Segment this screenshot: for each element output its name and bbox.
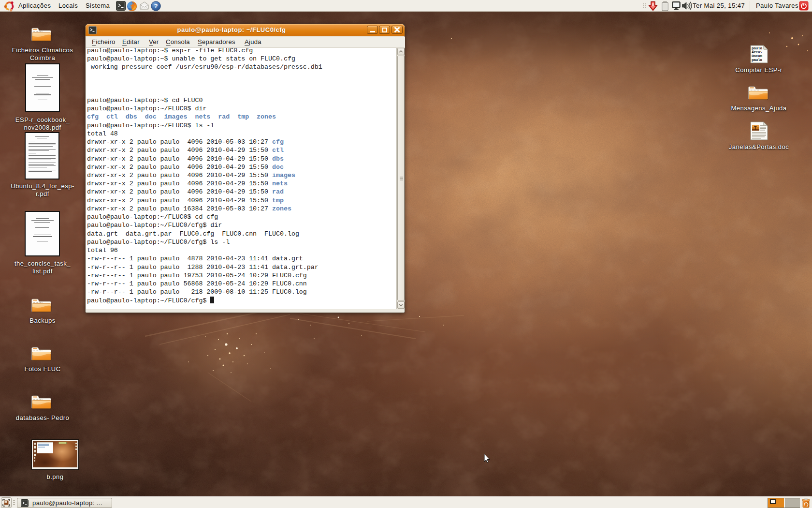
svg-text:paulo: paulo [752, 58, 762, 62]
svg-text:?: ? [154, 2, 158, 10]
